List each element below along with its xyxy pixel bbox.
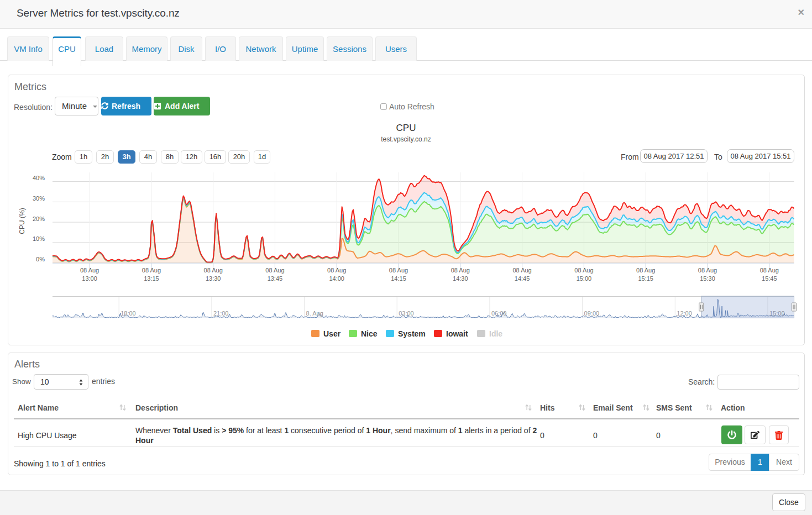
svg-text:08 Aug: 08 Aug: [327, 267, 346, 274]
svg-text:13:15: 13:15: [144, 275, 159, 282]
svg-text:08 Aug: 08 Aug: [451, 267, 470, 274]
svg-text:08 Aug: 08 Aug: [574, 267, 593, 274]
svg-text:08 Aug: 08 Aug: [142, 267, 161, 274]
svg-text:21:00: 21:00: [213, 310, 229, 317]
svg-text:CPU (%): CPU (%): [18, 208, 26, 234]
svg-text:30%: 30%: [33, 195, 45, 202]
svg-text:08 Aug: 08 Aug: [204, 267, 223, 274]
svg-text:08 Aug: 08 Aug: [512, 267, 531, 274]
svg-text:10%: 10%: [33, 235, 45, 242]
svg-text:18:00: 18:00: [121, 310, 136, 317]
svg-text:8. Aug: 8. Aug: [306, 310, 323, 317]
svg-text:06:00: 06:00: [491, 310, 507, 317]
svg-text:08 Aug: 08 Aug: [636, 267, 655, 274]
svg-text:14:00: 14:00: [329, 275, 344, 282]
svg-text:08 Aug: 08 Aug: [698, 267, 717, 274]
svg-text:08 Aug: 08 Aug: [760, 267, 779, 274]
svg-text:0%: 0%: [36, 256, 45, 262]
svg-text:09:00: 09:00: [584, 310, 600, 317]
svg-text:40%: 40%: [33, 175, 45, 181]
svg-text:03:00: 03:00: [399, 310, 414, 317]
svg-text:08 Aug: 08 Aug: [80, 267, 99, 274]
svg-text:14:15: 14:15: [391, 275, 406, 282]
svg-text:13:30: 13:30: [206, 275, 221, 282]
svg-text:14:45: 14:45: [515, 275, 530, 282]
svg-text:08 Aug: 08 Aug: [389, 267, 408, 274]
svg-text:15:00: 15:00: [577, 275, 592, 282]
svg-text:20%: 20%: [33, 216, 45, 222]
svg-text:15:45: 15:45: [762, 275, 777, 282]
svg-text:15:30: 15:30: [700, 275, 715, 282]
svg-text:14:30: 14:30: [453, 275, 468, 282]
svg-text:12:00: 12:00: [677, 310, 692, 317]
svg-text:08 Aug: 08 Aug: [265, 267, 284, 274]
svg-text:13:00: 13:00: [82, 275, 97, 282]
svg-text:15:15: 15:15: [638, 275, 653, 282]
svg-text:13:45: 13:45: [268, 275, 283, 282]
